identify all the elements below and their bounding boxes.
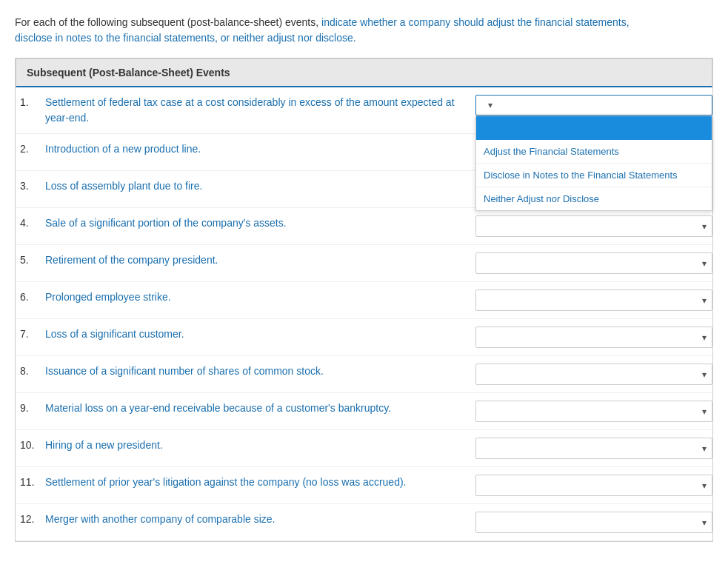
dropdown-menu: Adjust the Financial StatementsDisclose …: [475, 115, 712, 211]
row-select-container: Adjust the Financial StatementsDisclose …: [475, 326, 712, 348]
row-number: 5.: [16, 252, 45, 266]
dropdown-item-highlight[interactable]: [476, 116, 712, 140]
select-wrapper: Adjust the Financial StatementsDisclose …: [475, 401, 712, 422]
row-event-text: Merger with another company of comparabl…: [45, 512, 475, 527]
row-select-container: Adjust the Financial StatementsDisclose …: [475, 364, 712, 385]
table-row: 11.Settlement of prior year's litigation…: [16, 467, 712, 504]
table-row: 4.Sale of a significant portion of the c…: [16, 208, 712, 245]
row-number: 10.: [16, 438, 45, 451]
row-number: 2.: [16, 141, 45, 155]
table-row: 5.Retirement of the company president.Ad…: [16, 245, 712, 282]
table-row: 7.Loss of a significant customer.Adjust …: [16, 319, 712, 356]
row-select-container: Adjust the Financial StatementsDisclose …: [475, 252, 712, 274]
select-wrapper: Adjust the Financial StatementsDisclose …: [475, 512, 712, 533]
row-number: 9.: [16, 401, 45, 414]
dropdown-open-container: Adjust the Financial StatementsDisclose …: [475, 95, 712, 115]
row-event-text: Issuance of a significant number of shar…: [45, 364, 475, 379]
dropdown-trigger[interactable]: [475, 95, 712, 115]
select-wrapper: Adjust the Financial StatementsDisclose …: [475, 364, 712, 385]
row-select[interactable]: Adjust the Financial StatementsDisclose …: [475, 438, 712, 459]
row-select-container: Adjust the Financial StatementsDisclose …: [475, 95, 712, 115]
row-event-text: Introduction of a new product line.: [45, 141, 475, 157]
row-select[interactable]: Adjust the Financial StatementsDisclose …: [475, 401, 712, 422]
row-select[interactable]: Adjust the Financial StatementsDisclose …: [475, 252, 712, 274]
intro-text: For each of the following subsequent (po…: [15, 15, 713, 46]
row-number: 4.: [16, 215, 45, 229]
row-number: 12.: [16, 512, 45, 525]
row-select[interactable]: Adjust the Financial StatementsDisclose …: [475, 475, 712, 496]
dropdown-item[interactable]: Adjust the Financial Statements: [476, 140, 712, 164]
select-wrapper: Adjust the Financial StatementsDisclose …: [475, 438, 712, 459]
row-event-text: Settlement of federal tax case at a cost…: [45, 95, 475, 126]
row-select-container: Adjust the Financial StatementsDisclose …: [475, 438, 712, 459]
row-select[interactable]: Adjust the Financial StatementsDisclose …: [475, 215, 712, 237]
select-wrapper: Adjust the Financial StatementsDisclose …: [475, 215, 712, 237]
row-event-text: Loss of a significant customer.: [45, 326, 475, 342]
table-row: 8.Issuance of a significant number of sh…: [16, 356, 712, 393]
select-wrapper: Adjust the Financial StatementsDisclose …: [475, 252, 712, 274]
table-row: 10.Hiring of a new president.Adjust the …: [16, 430, 712, 467]
row-select[interactable]: Adjust the Financial StatementsDisclose …: [475, 289, 712, 311]
table-header: Subsequent (Post-Balance-Sheet) Events: [16, 58, 712, 87]
select-wrapper: Adjust the Financial StatementsDisclose …: [475, 326, 712, 348]
row-number: 3.: [16, 178, 45, 192]
row-select-container: Adjust the Financial StatementsDisclose …: [475, 215, 712, 237]
row-select[interactable]: Adjust the Financial StatementsDisclose …: [475, 512, 712, 533]
row-event-text: Retirement of the company president.: [45, 252, 475, 268]
row-number: 8.: [16, 364, 45, 377]
select-wrapper: Adjust the Financial StatementsDisclose …: [475, 475, 712, 496]
row-select-container: Adjust the Financial StatementsDisclose …: [475, 401, 712, 422]
row-number: 7.: [16, 326, 45, 340]
row-number: 6.: [16, 289, 45, 303]
table-row: 9.Material loss on a year-end receivable…: [16, 393, 712, 430]
table-row: 1.Settlement of federal tax case at a co…: [16, 87, 712, 134]
row-select[interactable]: Adjust the Financial StatementsDisclose …: [475, 326, 712, 348]
table-row: 6.Prolonged employee strike.Adjust the F…: [16, 282, 712, 319]
row-number: 11.: [16, 475, 45, 488]
row-number: 1.: [16, 95, 45, 108]
row-select[interactable]: Adjust the Financial StatementsDisclose …: [475, 364, 712, 385]
select-wrapper: Adjust the Financial StatementsDisclose …: [475, 289, 712, 311]
dropdown-item[interactable]: Disclose in Notes to the Financial State…: [476, 164, 712, 187]
row-event-text: Hiring of a new president.: [45, 438, 475, 453]
row-select-container: Adjust the Financial StatementsDisclose …: [475, 475, 712, 496]
row-event-text: Loss of assembly plant due to fire.: [45, 178, 475, 194]
dropdown-item[interactable]: Neither Adjust nor Disclose: [476, 187, 712, 210]
row-event-text: Settlement of prior year's litigation ag…: [45, 475, 475, 490]
row-event-text: Material loss on a year-end receivable b…: [45, 401, 475, 416]
row-event-text: Sale of a significant portion of the com…: [45, 215, 475, 231]
row-select-container: Adjust the Financial StatementsDisclose …: [475, 512, 712, 533]
table-row: 12.Merger with another company of compar…: [16, 504, 712, 541]
row-event-text: Prolonged employee strike.: [45, 289, 475, 305]
row-select-container: Adjust the Financial StatementsDisclose …: [475, 289, 712, 311]
